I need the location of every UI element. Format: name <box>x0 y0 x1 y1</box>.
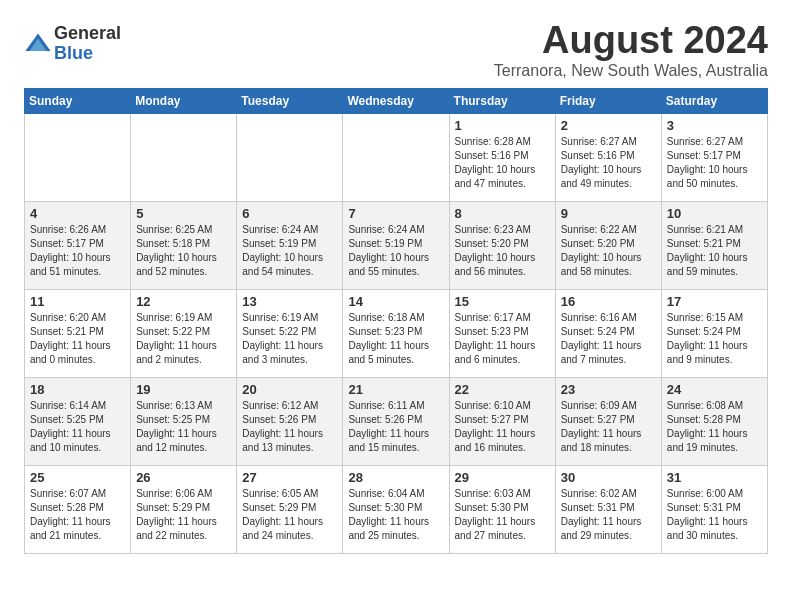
day-number: 4 <box>30 206 125 221</box>
calendar-cell: 26Sunrise: 6:06 AM Sunset: 5:29 PM Dayli… <box>131 465 237 553</box>
cell-content: Sunrise: 6:11 AM Sunset: 5:26 PM Dayligh… <box>348 399 443 455</box>
header: General Blue August 2024 Terranora, New … <box>24 20 768 80</box>
day-number: 1 <box>455 118 550 133</box>
calendar-cell: 18Sunrise: 6:14 AM Sunset: 5:25 PM Dayli… <box>25 377 131 465</box>
calendar-cell: 29Sunrise: 6:03 AM Sunset: 5:30 PM Dayli… <box>449 465 555 553</box>
cell-content: Sunrise: 6:23 AM Sunset: 5:20 PM Dayligh… <box>455 223 550 279</box>
day-number: 31 <box>667 470 762 485</box>
cell-content: Sunrise: 6:12 AM Sunset: 5:26 PM Dayligh… <box>242 399 337 455</box>
calendar-cell <box>131 113 237 201</box>
weekday-header-row: SundayMondayTuesdayWednesdayThursdayFrid… <box>25 88 768 113</box>
calendar-cell: 12Sunrise: 6:19 AM Sunset: 5:22 PM Dayli… <box>131 289 237 377</box>
cell-content: Sunrise: 6:19 AM Sunset: 5:22 PM Dayligh… <box>136 311 231 367</box>
cell-content: Sunrise: 6:24 AM Sunset: 5:19 PM Dayligh… <box>348 223 443 279</box>
day-number: 11 <box>30 294 125 309</box>
calendar-cell: 2Sunrise: 6:27 AM Sunset: 5:16 PM Daylig… <box>555 113 661 201</box>
calendar-cell <box>237 113 343 201</box>
calendar-week-2: 4Sunrise: 6:26 AM Sunset: 5:17 PM Daylig… <box>25 201 768 289</box>
cell-content: Sunrise: 6:08 AM Sunset: 5:28 PM Dayligh… <box>667 399 762 455</box>
calendar-cell: 28Sunrise: 6:04 AM Sunset: 5:30 PM Dayli… <box>343 465 449 553</box>
calendar-cell: 7Sunrise: 6:24 AM Sunset: 5:19 PM Daylig… <box>343 201 449 289</box>
calendar-week-5: 25Sunrise: 6:07 AM Sunset: 5:28 PM Dayli… <box>25 465 768 553</box>
calendar-cell: 20Sunrise: 6:12 AM Sunset: 5:26 PM Dayli… <box>237 377 343 465</box>
cell-content: Sunrise: 6:26 AM Sunset: 5:17 PM Dayligh… <box>30 223 125 279</box>
calendar-cell: 19Sunrise: 6:13 AM Sunset: 5:25 PM Dayli… <box>131 377 237 465</box>
day-number: 8 <box>455 206 550 221</box>
day-number: 29 <box>455 470 550 485</box>
cell-content: Sunrise: 6:03 AM Sunset: 5:30 PM Dayligh… <box>455 487 550 543</box>
day-number: 19 <box>136 382 231 397</box>
calendar-cell: 4Sunrise: 6:26 AM Sunset: 5:17 PM Daylig… <box>25 201 131 289</box>
weekday-header-monday: Monday <box>131 88 237 113</box>
calendar-cell: 14Sunrise: 6:18 AM Sunset: 5:23 PM Dayli… <box>343 289 449 377</box>
day-number: 28 <box>348 470 443 485</box>
weekday-header-sunday: Sunday <box>25 88 131 113</box>
calendar-cell: 11Sunrise: 6:20 AM Sunset: 5:21 PM Dayli… <box>25 289 131 377</box>
day-number: 17 <box>667 294 762 309</box>
cell-content: Sunrise: 6:24 AM Sunset: 5:19 PM Dayligh… <box>242 223 337 279</box>
calendar-cell: 6Sunrise: 6:24 AM Sunset: 5:19 PM Daylig… <box>237 201 343 289</box>
day-number: 15 <box>455 294 550 309</box>
cell-content: Sunrise: 6:02 AM Sunset: 5:31 PM Dayligh… <box>561 487 656 543</box>
day-number: 5 <box>136 206 231 221</box>
calendar-cell: 13Sunrise: 6:19 AM Sunset: 5:22 PM Dayli… <box>237 289 343 377</box>
month-year: August 2024 <box>494 20 768 62</box>
weekday-header-tuesday: Tuesday <box>237 88 343 113</box>
calendar-cell: 25Sunrise: 6:07 AM Sunset: 5:28 PM Dayli… <box>25 465 131 553</box>
day-number: 24 <box>667 382 762 397</box>
cell-content: Sunrise: 6:04 AM Sunset: 5:30 PM Dayligh… <box>348 487 443 543</box>
day-number: 7 <box>348 206 443 221</box>
cell-content: Sunrise: 6:15 AM Sunset: 5:24 PM Dayligh… <box>667 311 762 367</box>
day-number: 14 <box>348 294 443 309</box>
day-number: 27 <box>242 470 337 485</box>
cell-content: Sunrise: 6:21 AM Sunset: 5:21 PM Dayligh… <box>667 223 762 279</box>
calendar-cell: 22Sunrise: 6:10 AM Sunset: 5:27 PM Dayli… <box>449 377 555 465</box>
cell-content: Sunrise: 6:09 AM Sunset: 5:27 PM Dayligh… <box>561 399 656 455</box>
cell-content: Sunrise: 6:16 AM Sunset: 5:24 PM Dayligh… <box>561 311 656 367</box>
day-number: 30 <box>561 470 656 485</box>
calendar-week-4: 18Sunrise: 6:14 AM Sunset: 5:25 PM Dayli… <box>25 377 768 465</box>
weekday-header-friday: Friday <box>555 88 661 113</box>
cell-content: Sunrise: 6:27 AM Sunset: 5:17 PM Dayligh… <box>667 135 762 191</box>
weekday-header-saturday: Saturday <box>661 88 767 113</box>
day-number: 6 <box>242 206 337 221</box>
calendar-cell: 3Sunrise: 6:27 AM Sunset: 5:17 PM Daylig… <box>661 113 767 201</box>
calendar-cell: 27Sunrise: 6:05 AM Sunset: 5:29 PM Dayli… <box>237 465 343 553</box>
calendar-cell: 9Sunrise: 6:22 AM Sunset: 5:20 PM Daylig… <box>555 201 661 289</box>
cell-content: Sunrise: 6:13 AM Sunset: 5:25 PM Dayligh… <box>136 399 231 455</box>
location: Terranora, New South Wales, Australia <box>494 62 768 80</box>
day-number: 2 <box>561 118 656 133</box>
day-number: 9 <box>561 206 656 221</box>
cell-content: Sunrise: 6:19 AM Sunset: 5:22 PM Dayligh… <box>242 311 337 367</box>
cell-content: Sunrise: 6:06 AM Sunset: 5:29 PM Dayligh… <box>136 487 231 543</box>
logo-icon <box>24 30 52 58</box>
day-number: 21 <box>348 382 443 397</box>
day-number: 13 <box>242 294 337 309</box>
cell-content: Sunrise: 6:27 AM Sunset: 5:16 PM Dayligh… <box>561 135 656 191</box>
cell-content: Sunrise: 6:05 AM Sunset: 5:29 PM Dayligh… <box>242 487 337 543</box>
day-number: 18 <box>30 382 125 397</box>
calendar-cell: 15Sunrise: 6:17 AM Sunset: 5:23 PM Dayli… <box>449 289 555 377</box>
calendar-cell: 5Sunrise: 6:25 AM Sunset: 5:18 PM Daylig… <box>131 201 237 289</box>
cell-content: Sunrise: 6:10 AM Sunset: 5:27 PM Dayligh… <box>455 399 550 455</box>
day-number: 3 <box>667 118 762 133</box>
calendar-cell: 17Sunrise: 6:15 AM Sunset: 5:24 PM Dayli… <box>661 289 767 377</box>
calendar-cell: 23Sunrise: 6:09 AM Sunset: 5:27 PM Dayli… <box>555 377 661 465</box>
cell-content: Sunrise: 6:20 AM Sunset: 5:21 PM Dayligh… <box>30 311 125 367</box>
calendar-cell <box>25 113 131 201</box>
day-number: 20 <box>242 382 337 397</box>
calendar-cell <box>343 113 449 201</box>
calendar-cell: 1Sunrise: 6:28 AM Sunset: 5:16 PM Daylig… <box>449 113 555 201</box>
day-number: 22 <box>455 382 550 397</box>
logo: General Blue <box>24 24 121 64</box>
day-number: 23 <box>561 382 656 397</box>
calendar-cell: 8Sunrise: 6:23 AM Sunset: 5:20 PM Daylig… <box>449 201 555 289</box>
weekday-header-thursday: Thursday <box>449 88 555 113</box>
weekday-header-wednesday: Wednesday <box>343 88 449 113</box>
calendar-cell: 24Sunrise: 6:08 AM Sunset: 5:28 PM Dayli… <box>661 377 767 465</box>
day-number: 12 <box>136 294 231 309</box>
title-area: August 2024 Terranora, New South Wales, … <box>494 20 768 80</box>
cell-content: Sunrise: 6:28 AM Sunset: 5:16 PM Dayligh… <box>455 135 550 191</box>
cell-content: Sunrise: 6:00 AM Sunset: 5:31 PM Dayligh… <box>667 487 762 543</box>
day-number: 25 <box>30 470 125 485</box>
